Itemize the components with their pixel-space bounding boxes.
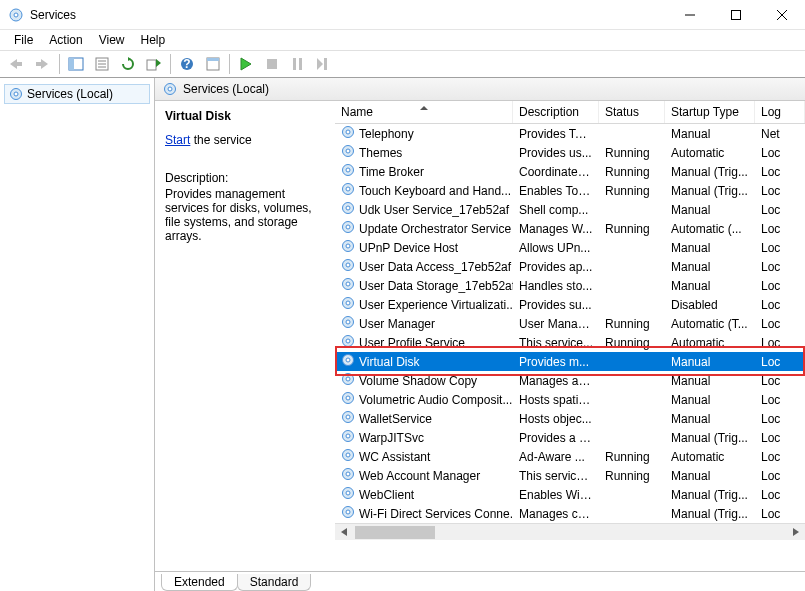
service-row[interactable]: Udk User Service_17eb52afShell comp...Ma… bbox=[335, 200, 805, 219]
col-startup[interactable]: Startup Type bbox=[665, 101, 755, 123]
service-startup: Manual bbox=[665, 203, 755, 217]
col-name[interactable]: Name bbox=[335, 101, 513, 123]
service-status: Running bbox=[599, 469, 665, 483]
properties-button[interactable] bbox=[90, 52, 114, 76]
service-desc: This service ... bbox=[513, 469, 599, 483]
pause-service-button[interactable] bbox=[286, 52, 310, 76]
service-row[interactable]: Virtual DiskProvides m...ManualLoc bbox=[335, 352, 805, 371]
service-row[interactable]: User Profile ServiceThis service...Runni… bbox=[335, 333, 805, 352]
svg-point-36 bbox=[346, 149, 350, 153]
service-desc: Coordinates... bbox=[513, 165, 599, 179]
export-list-button[interactable] bbox=[142, 52, 166, 76]
service-startup: Manual bbox=[665, 279, 755, 293]
service-row[interactable]: User Experience Virtualizati...Provides … bbox=[335, 295, 805, 314]
svg-rect-22 bbox=[207, 58, 219, 61]
col-status[interactable]: Status bbox=[599, 101, 665, 123]
back-button[interactable] bbox=[5, 52, 29, 76]
svg-text:?: ? bbox=[183, 57, 190, 71]
service-row[interactable]: User Data Access_17eb52afProvides ap...M… bbox=[335, 257, 805, 276]
svg-point-38 bbox=[346, 168, 350, 172]
service-row[interactable]: User ManagerUser Manag...RunningAutomati… bbox=[335, 314, 805, 333]
gear-icon bbox=[341, 125, 355, 142]
restart-service-button[interactable] bbox=[312, 52, 336, 76]
gear-icon bbox=[341, 182, 355, 199]
service-name: Volumetric Audio Composit... bbox=[359, 393, 512, 407]
gear-icon bbox=[341, 410, 355, 427]
menu-view[interactable]: View bbox=[91, 31, 133, 49]
service-startup: Manual bbox=[665, 393, 755, 407]
svg-point-30 bbox=[14, 92, 18, 96]
service-startup: Automatic bbox=[665, 450, 755, 464]
service-row[interactable]: Wi-Fi Direct Services Conne...Manages co… bbox=[335, 504, 805, 523]
svg-marker-75 bbox=[341, 528, 347, 536]
view-tabs: Extended Standard bbox=[155, 571, 805, 591]
service-name: Themes bbox=[359, 146, 402, 160]
service-row[interactable]: User Data Storage_17eb52afHandles sto...… bbox=[335, 276, 805, 295]
scroll-left-arrow[interactable] bbox=[337, 525, 351, 539]
service-row[interactable]: Update Orchestrator ServiceManages W...R… bbox=[335, 219, 805, 238]
service-logon: Loc bbox=[755, 469, 805, 483]
gear-icon bbox=[341, 429, 355, 446]
svg-point-68 bbox=[346, 453, 350, 457]
window-title: Services bbox=[30, 8, 667, 22]
start-service-link[interactable]: Start bbox=[165, 133, 190, 147]
minimize-button[interactable] bbox=[667, 0, 713, 30]
horizontal-scrollbar[interactable] bbox=[335, 523, 805, 540]
scroll-thumb[interactable] bbox=[355, 526, 435, 539]
gear-icon bbox=[341, 277, 355, 294]
titlebar: Services bbox=[0, 0, 805, 30]
service-status: Running bbox=[599, 184, 665, 198]
service-name: Virtual Disk bbox=[359, 355, 419, 369]
stop-service-button[interactable] bbox=[260, 52, 284, 76]
maximize-button[interactable] bbox=[713, 0, 759, 30]
service-status: Running bbox=[599, 317, 665, 331]
tab-extended[interactable]: Extended bbox=[161, 574, 238, 591]
svg-rect-17 bbox=[147, 60, 156, 70]
gear-icon bbox=[341, 448, 355, 465]
gear-icon bbox=[341, 467, 355, 484]
scroll-right-arrow[interactable] bbox=[789, 525, 803, 539]
svg-point-64 bbox=[346, 415, 350, 419]
service-desc: Manages an... bbox=[513, 374, 599, 388]
service-row[interactable]: UPnP Device HostAllows UPn...ManualLoc bbox=[335, 238, 805, 257]
wizard-button[interactable] bbox=[201, 52, 225, 76]
svg-marker-23 bbox=[241, 58, 251, 70]
tab-standard[interactable]: Standard bbox=[237, 574, 312, 591]
service-row[interactable]: WarpJITSvcProvides a JI...Manual (Trig..… bbox=[335, 428, 805, 447]
service-row[interactable]: Volume Shadow CopyManages an...ManualLoc bbox=[335, 371, 805, 390]
service-status: Running bbox=[599, 222, 665, 236]
col-description[interactable]: Description bbox=[513, 101, 599, 123]
service-row[interactable]: Touch Keyboard and Hand...Enables Tou...… bbox=[335, 181, 805, 200]
service-row[interactable]: TelephonyProvides Tel...ManualNet bbox=[335, 124, 805, 143]
service-startup: Manual bbox=[665, 412, 755, 426]
service-logon: Loc bbox=[755, 374, 805, 388]
service-row[interactable]: WC AssistantAd-Aware ...RunningAutomatic… bbox=[335, 447, 805, 466]
tree-item-services-local[interactable]: Services (Local) bbox=[4, 84, 150, 104]
menu-help[interactable]: Help bbox=[133, 31, 174, 49]
service-row[interactable]: ThemesProvides us...RunningAutomaticLoc bbox=[335, 143, 805, 162]
service-row[interactable]: WalletServiceHosts objec...ManualLoc bbox=[335, 409, 805, 428]
service-startup: Automatic bbox=[665, 146, 755, 160]
close-button[interactable] bbox=[759, 0, 805, 30]
column-headers: Name Description Status Startup Type Log bbox=[335, 101, 805, 124]
service-desc: Manages W... bbox=[513, 222, 599, 236]
help-button[interactable]: ? bbox=[175, 52, 199, 76]
service-row[interactable]: Web Account ManagerThis service ...Runni… bbox=[335, 466, 805, 485]
menu-action[interactable]: Action bbox=[41, 31, 90, 49]
forward-button[interactable] bbox=[31, 52, 55, 76]
service-row[interactable]: Volumetric Audio Composit...Hosts spatia… bbox=[335, 390, 805, 409]
svg-point-60 bbox=[346, 377, 350, 381]
service-name: Update Orchestrator Service bbox=[359, 222, 511, 236]
service-desc: Ad-Aware ... bbox=[513, 450, 599, 464]
service-name: WC Assistant bbox=[359, 450, 430, 464]
refresh-button[interactable] bbox=[116, 52, 140, 76]
description-label: Description: bbox=[165, 171, 325, 185]
menu-file[interactable]: File bbox=[6, 31, 41, 49]
col-logon[interactable]: Log bbox=[755, 101, 805, 123]
service-row[interactable]: WebClientEnables Win...Manual (Trig...Lo… bbox=[335, 485, 805, 504]
service-status: Running bbox=[599, 450, 665, 464]
start-service-button[interactable] bbox=[234, 52, 258, 76]
service-name: Udk User Service_17eb52af bbox=[359, 203, 509, 217]
service-row[interactable]: Time BrokerCoordinates...RunningManual (… bbox=[335, 162, 805, 181]
show-hide-tree-button[interactable] bbox=[64, 52, 88, 76]
